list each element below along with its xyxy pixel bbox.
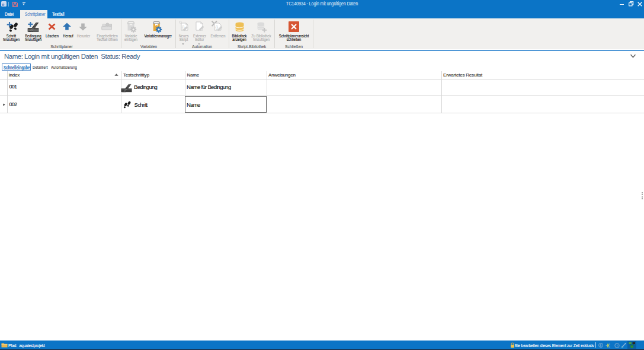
svg-text:{}: {} — [216, 25, 219, 30]
